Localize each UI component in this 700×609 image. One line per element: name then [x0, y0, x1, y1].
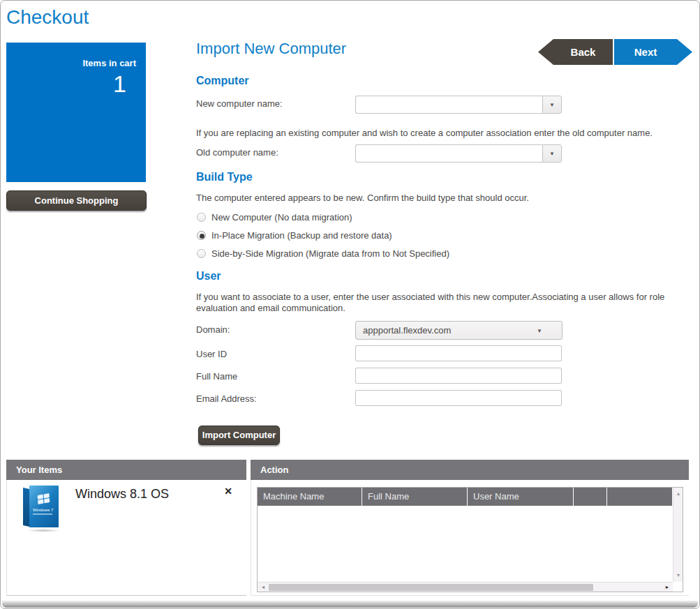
machine-grid: Machine Name Full Name User Name ▲ ▼ ◄ ► — [257, 487, 683, 592]
box-spine — [23, 488, 29, 527]
action-panel: Machine Name Full Name User Name ▲ ▼ ◄ ► — [251, 480, 689, 596]
email-address-input[interactable] — [355, 390, 562, 406]
radio-new-computer[interactable]: New Computer (No data migration) — [197, 211, 352, 222]
column-header-full-name[interactable]: Full Name — [362, 488, 468, 506]
your-items-panel: Windows 7 Windows 8.1 OS ✕ — [6, 480, 246, 596]
checkout-page: Checkout Items in cart 1 Continue Shoppi… — [0, 0, 700, 609]
new-computer-name-input[interactable] — [355, 96, 542, 114]
chevron-down-icon: ▼ — [537, 328, 542, 334]
user-id-label: User ID — [196, 349, 227, 359]
box-front: Windows 7 — [29, 486, 59, 527]
build-type-section-heading: Build Type — [196, 171, 253, 183]
radio-new-computer-label: New Computer (No data migration) — [211, 212, 352, 223]
import-computer-button[interactable]: Import Computer — [198, 426, 280, 445]
horizontal-scrollbar[interactable]: ◄ ► — [258, 582, 673, 592]
cart-item-name: Windows 8.1 OS — [75, 487, 169, 502]
column-header-empty-2 — [607, 488, 673, 506]
old-computer-name-dropdown-button[interactable]: ▼ — [542, 144, 562, 163]
windows-flag-icon — [37, 493, 50, 504]
domain-select[interactable]: appportal.flexdev.com ▼ — [355, 321, 563, 340]
action-header: Action — [251, 460, 689, 480]
replace-computer-note: If you are replacing an existing compute… — [196, 128, 692, 138]
vertical-scrollbar[interactable]: ▲ ▼ — [673, 488, 683, 582]
horizontal-scroll-thumb[interactable] — [269, 584, 593, 591]
column-header-user-name[interactable]: User Name — [468, 488, 574, 506]
full-name-label: Full Name — [196, 371, 237, 382]
grid-header-row: Machine Name Full Name User Name — [258, 488, 673, 506]
new-computer-name-label: New computer name: — [196, 98, 283, 109]
windows-product-box-image: Windows 7 — [22, 484, 63, 530]
new-computer-name-dropdown-button[interactable]: ▼ — [542, 96, 562, 114]
page-bottom-shadow — [2, 601, 698, 608]
old-computer-name-label: Old computer name: — [196, 147, 278, 158]
domain-selected-value: appportal.flexdev.com — [363, 325, 451, 336]
scroll-left-icon[interactable]: ◄ — [258, 582, 268, 592]
column-header-empty-1 — [574, 488, 607, 506]
radio-side-by-side-migration[interactable]: Side-by-Side Migration (Migrate data fro… — [197, 247, 449, 258]
build-type-note: The computer entered appears to be new. … — [196, 193, 692, 203]
your-items-header: Your Items — [6, 460, 246, 480]
radio-selected-icon[interactable] — [197, 231, 206, 240]
box-shadow — [27, 529, 60, 532]
cart-count: 1 — [113, 70, 126, 98]
next-button[interactable]: Next — [614, 39, 692, 65]
new-computer-name-combo: ▼ — [355, 96, 562, 114]
chevron-down-icon: ▼ — [549, 102, 555, 108]
back-button[interactable]: Back — [538, 39, 613, 65]
continue-shopping-button[interactable]: Continue Shopping — [6, 190, 147, 211]
cart-summary-box: Items in cart 1 — [6, 43, 146, 182]
form-title: Import New Computer — [196, 40, 346, 58]
page-title: Checkout — [6, 6, 89, 29]
remove-item-icon[interactable]: ✕ — [224, 486, 232, 497]
box-label: Windows 7 — [33, 508, 53, 512]
domain-label: Domain: — [196, 324, 230, 335]
email-address-label: Email Address: — [196, 393, 257, 404]
full-name-input[interactable] — [355, 368, 562, 384]
radio-in-place-migration[interactable]: In-Place Migration (Backup and restore d… — [197, 229, 392, 240]
scroll-up-icon[interactable]: ▲ — [673, 489, 683, 499]
user-note: If you want to associate to a user, ente… — [196, 292, 688, 314]
old-computer-name-input[interactable] — [355, 144, 542, 163]
scroll-right-icon[interactable]: ► — [662, 582, 672, 592]
old-computer-name-combo: ▼ — [355, 144, 562, 163]
radio-in-place-migration-label: In-Place Migration (Backup and restore d… — [211, 230, 392, 241]
user-section-heading: User — [196, 270, 221, 283]
computer-section-heading: Computer — [196, 75, 249, 87]
radio-side-by-side-migration-label: Side-by-Side Migration (Migrate data fro… — [211, 248, 449, 259]
radio-icon[interactable] — [197, 213, 206, 222]
scroll-down-icon[interactable]: ▼ — [673, 571, 683, 580]
user-id-input[interactable] — [355, 345, 562, 361]
box-sub-line — [33, 513, 52, 515]
column-header-machine-name[interactable]: Machine Name — [258, 488, 362, 506]
chevron-down-icon: ▼ — [549, 151, 555, 157]
items-in-cart-label: Items in cart — [82, 58, 136, 68]
radio-icon[interactable] — [197, 249, 206, 258]
